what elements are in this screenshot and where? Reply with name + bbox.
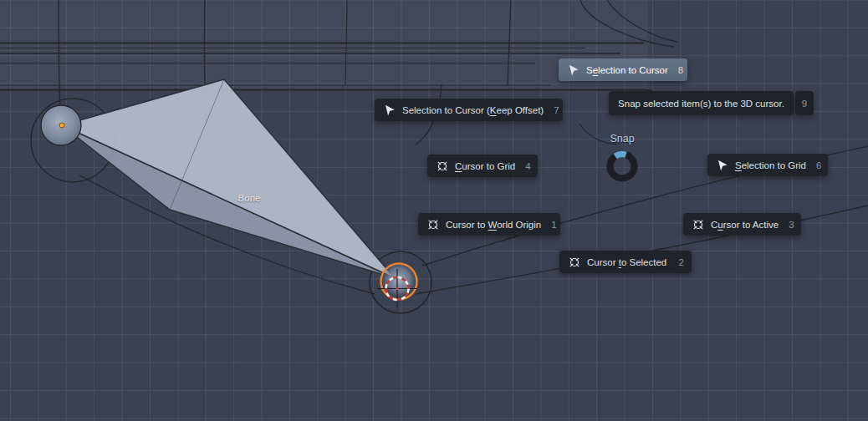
bone-head-point xyxy=(59,123,64,128)
mesh-shaded-band xyxy=(0,0,648,89)
pie-item-cursor-to-grid[interactable]: Cursor to Grid4 xyxy=(427,155,538,177)
3d-cursor-icon xyxy=(691,217,705,231)
snap-tooltip-shortcut-badge: 9 xyxy=(795,91,814,115)
pie-item-shortcut: 6 xyxy=(806,160,821,170)
armature-bone[interactable] xyxy=(41,79,395,278)
pie-item-label: Cursor to Active xyxy=(711,220,779,230)
snap-tooltip-text: Snap selected item(s) to the 3D cursor. xyxy=(618,99,784,109)
pie-item-label: Selection to Cursor xyxy=(586,65,668,75)
bone-name-label: Bone xyxy=(238,193,261,203)
pie-item-shortcut: 1 xyxy=(541,220,556,230)
pie-item-label: Selection to Cursor (Keep Offset) xyxy=(402,105,544,115)
pie-menu-title: Snap xyxy=(610,133,634,145)
pie-item-selection-to-grid[interactable]: Selection to Grid6 xyxy=(707,154,828,176)
pie-item-cursor-to-active[interactable]: Cursor to Active3 xyxy=(683,213,801,236)
pie-item-shortcut: 3 xyxy=(779,220,794,230)
pie-item-selection-to-cursor-keep-offset[interactable]: Selection to Cursor (Keep Offset)7 xyxy=(375,99,563,121)
select-cursor-icon xyxy=(715,158,729,172)
pie-item-shortcut: 4 xyxy=(515,161,530,171)
3d-cursor-icon xyxy=(567,255,581,269)
pie-item-shortcut: 7 xyxy=(544,105,559,115)
blender-3d-viewport[interactable]: Bone Snap Cursor to World Origin1Cursor … xyxy=(0,0,868,421)
3d-cursor-icon xyxy=(426,217,440,231)
pie-item-cursor-to-selected[interactable]: Cursor to Selected2 xyxy=(559,251,692,273)
pie-item-selection-to-cursor[interactable]: Selection to Cursor8 xyxy=(559,58,687,81)
pie-item-cursor-to-world-origin[interactable]: Cursor to World Origin1 xyxy=(418,213,560,236)
select-cursor-icon xyxy=(382,103,396,117)
pie-direction-indicator xyxy=(615,154,626,156)
pie-direction-ring xyxy=(604,148,641,185)
pie-item-label: Cursor to Grid xyxy=(455,161,515,171)
pie-item-label: Cursor to Selected xyxy=(587,257,666,267)
pie-item-shortcut: 2 xyxy=(669,257,684,267)
snap-tooltip: Snap selected item(s) to the 3D cursor. xyxy=(609,91,794,115)
viewport-scene xyxy=(0,0,868,421)
3d-cursor-icon xyxy=(435,159,449,173)
pie-item-label: Selection to Grid xyxy=(735,160,806,170)
pie-item-shortcut: 8 xyxy=(668,65,683,75)
pie-item-label: Cursor to World Origin xyxy=(446,220,541,230)
select-cursor-icon xyxy=(566,63,580,77)
